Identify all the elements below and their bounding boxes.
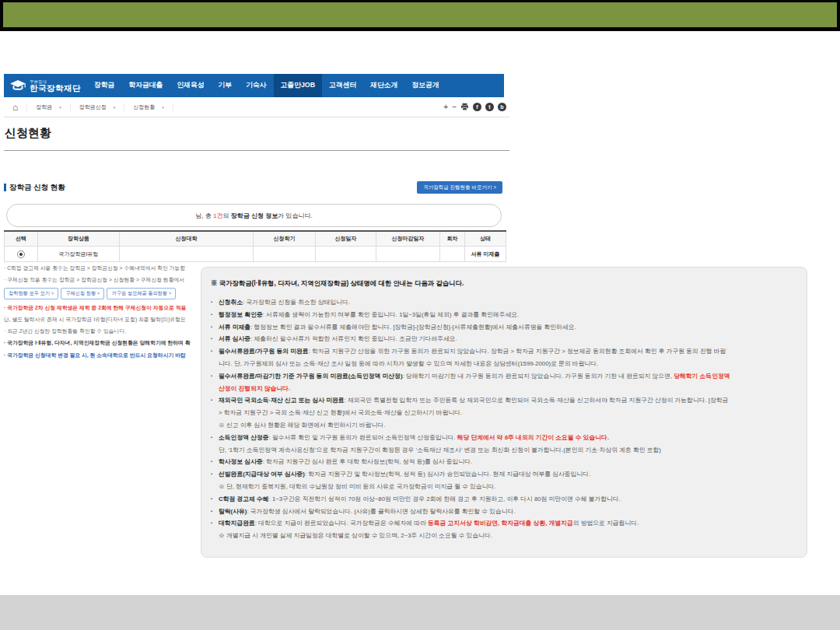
column-header: 상태 — [465, 231, 506, 247]
nav-item[interactable]: 인재육성 — [170, 74, 211, 97]
nav-item[interactable]: 재단소개 — [363, 74, 404, 97]
text-segment: ※ 신고 이후 심사 현황은 해당 화면에서 확인하시기 바랍니다. — [219, 422, 385, 429]
nav-item[interactable]: 고객센터 — [322, 74, 363, 97]
left-note-link-button[interactable]: 장학현황 모두 보기 > — [4, 288, 58, 299]
nav-item[interactable]: 기부 — [212, 74, 240, 97]
home-icon[interactable]: ⌂ — [4, 102, 26, 113]
summary-message: 님, 총 1건의 장학금 신청 정보가 있습니다. — [195, 212, 312, 220]
text-segment: 1건 — [213, 212, 222, 219]
left-note-line: · C학점 경고제 사용 횟수는 장학금 > 장학금신청 > 수혜내역에서 확인… — [4, 262, 200, 274]
twitter-icon[interactable]: t — [485, 103, 494, 111]
text-segment: 님, 총 — [195, 212, 213, 219]
notice-bullet-line: •서류 미제출: 행정정보 확인 결과 필수서류를 제출해야만 합니다. [장학… — [211, 321, 797, 334]
zoom-out-icon[interactable]: − — [452, 103, 457, 111]
notice-bullet-line: •대학지급완료: 대학으로 지급이 완료되었습니다. 국가장학금은 수혜자에 따… — [211, 517, 797, 530]
section-title: 장학금 신청 현황 — [9, 183, 65, 193]
text-segment: 당해학기 소득인정액 — [674, 373, 730, 380]
breadcrumb-item[interactable]: 장학금▾ — [26, 103, 70, 111]
column-header: 신청일자 — [316, 231, 376, 247]
table-cell — [254, 247, 316, 262]
column-header: 신청마감일자 — [376, 231, 440, 247]
left-note-line: · 국가장학금 Ⅰ·Ⅱ유형, 다자녀, 지역인재장학금 신청현황은 당해학기에 … — [4, 337, 200, 348]
text-segment: 필수서류완료/가구원 동의 미완료 — [219, 348, 309, 355]
text-segment: : 제출하신 필수서류가 적합한 서류인지 확인 중입니다. 조금만 기다려주세… — [250, 335, 457, 342]
left-note-link-button[interactable]: 구제신청 현황 > — [61, 288, 104, 299]
bullet-icon: • — [211, 517, 219, 530]
text-segment: 해당 단계에서 약 8주 내외의 기간이 소요될 수 있습니다. — [457, 434, 609, 441]
left-note-line: 단, 별도 탈락사유 존재 시 국가장학금 Ⅰ유형(다자녀 포함) 최종 탈락(… — [4, 313, 200, 325]
breadcrumb-tools: + − f t b — [443, 103, 509, 111]
left-note-link-button[interactable]: 가구원 정보제공 동의현황 > — [107, 288, 176, 299]
text-segment: 의 — [222, 212, 230, 219]
text-segment: : 국가장학금 신청을 취소한 상태입니다. — [243, 299, 350, 306]
section-head: 장학금 신청 현황 국가장학금 진행현황 바로가기 > — [4, 181, 502, 194]
text-segment: 단, ‘1학기 소득인정액 계속사용신청’으로 학자금 지원구간이 확정된 경우… — [219, 446, 661, 453]
bullet-icon: • — [211, 394, 219, 407]
notice-continuation-line: ※ 단, 현재학기 중복지원, 대학의 수납원장 정비 미비 등의 사유로 국가… — [211, 481, 797, 493]
text-segment: 등록금 고지서상 학비감면, 학자금대출 상환, 개별지급 — [428, 520, 573, 527]
nav-item[interactable]: 장학금 — [87, 74, 121, 97]
text-segment: 가 있습니다. — [278, 212, 312, 219]
notice-bullet-line: •학사정보 심사중: 학자금 지원구간 심사 완료 후 대학 학사정보(학적, … — [211, 456, 797, 468]
bullet-icon: • — [211, 432, 219, 444]
left-note-line: · 국가장학금 2차 신청 재학생은 재학 중 2회에 한해 구제신청이 자동으… — [4, 302, 200, 313]
text-segment: 장학금 신청 정보 — [231, 212, 278, 219]
table-cell — [120, 247, 254, 262]
text-segment: : 대학으로 지급이 완료되었습니다. 국가장학금은 수혜자에 따라 — [255, 520, 428, 527]
column-header: 신청학기 — [254, 231, 316, 247]
notice-continuation-line: ※ 개별지급 시 개인별 실제 지급일정은 대학별로 상이할 수 있으며, 2~… — [211, 530, 797, 542]
text-segment: : 학자금 지원구간 및 학사정보(학적, 성적 등) 심사가 승인되었습니다.… — [305, 471, 590, 478]
graduation-cap-icon — [9, 79, 26, 93]
zoom-in-icon[interactable]: + — [443, 103, 448, 111]
print-icon[interactable] — [460, 103, 469, 111]
title-divider — [4, 150, 509, 151]
text-segment: 대학지급완료 — [219, 520, 255, 527]
breadcrumb-item[interactable]: 장학금신청▾ — [70, 103, 124, 111]
breadcrumb-item[interactable]: 신청현황▾ — [124, 103, 173, 111]
summary-message-box: 님, 총 1건의 장학금 신청 정보가 있습니다. — [6, 204, 502, 227]
notice-continuation-line: 니다. 단, 가구원제외 심사 또는 소득·재산 조사 일정 등에 따라 시차가… — [211, 358, 797, 370]
text-segment: 필수서류완료/마감기한 기준 가구원 동의 미완료(소득인정액 미산정) — [219, 373, 403, 380]
notice-title: ※ 국가장학금(Ⅰ·Ⅱ유형, 다자녀, 지역인재장학금) 상태명에 대한 안내는… — [211, 277, 797, 289]
notice-continuation-line: ※ 신고 이후 심사 현황은 해당 화면에서 확인하시기 바랍니다. — [211, 419, 797, 432]
blog-icon[interactable]: b — [498, 103, 506, 111]
text-segment: 학사정보 심사중 — [219, 458, 263, 465]
nav-item[interactable]: 고졸만JOB — [274, 74, 322, 97]
chevron-down-icon: ▾ — [114, 105, 116, 110]
nav-item[interactable]: 정보공개 — [404, 74, 446, 97]
site-header: 푸른등대 한국장학재단 장학금학자금대출인재육성기부기숙사고졸만JOB고객센터재… — [4, 74, 504, 97]
nav-item[interactable]: 학자금대출 — [121, 74, 170, 97]
nav-item[interactable]: 기숙사 — [239, 74, 273, 97]
notice-bullet-line: •재외국민 국외소득·재산 신고 또는 심사 미완료: 재외국민 특별전형 입학… — [211, 394, 797, 407]
table-cell: 국가장학금Ⅰ유형 — [38, 247, 120, 262]
text-segment: : 필수서류 확인 및 가구원 동의가 완료되어 소득인정액 산정중입니다. — [269, 434, 457, 441]
row-select-radio[interactable] — [17, 250, 25, 258]
left-note-line: · 구제신청 적용 횟수는 장학금 > 장학금신청 > 신청현황 > 구제신청 … — [4, 274, 200, 285]
notice-bullet-line: •필수서류완료/마감기한 기준 가구원 동의 미완료(소득인정액 미산정): 당… — [211, 370, 797, 383]
text-segment: ※ 단, 현재학기 중복지원, 대학의 수납원장 정비 미비 등의 사유로 국가… — [219, 483, 496, 490]
window-title-bar — [0, 0, 840, 31]
bullet-icon: • — [211, 296, 219, 309]
text-segment: : 재외국민 특별전형 입학자 또는 주민등록 상 재외국민으로 확인되어 국외… — [345, 397, 729, 404]
notice-bullet-line: •C학점 경고제 수혜: 1~3구간은 직전학기 성적이 70점 이상~80점 … — [211, 493, 797, 506]
text-segment: : 행정정보 확인 결과 필수서류를 제출해야만 합니다. [장학금]-[장학금… — [250, 324, 576, 331]
text-segment: 신청취소 — [219, 299, 243, 306]
foundation-logo[interactable]: 푸른등대 한국장학재단 — [4, 74, 87, 97]
text-segment: 탈락(사유) — [219, 508, 247, 515]
bullet-icon: • — [211, 321, 219, 334]
status-guide-panel: ※ 국가장학금(Ⅰ·Ⅱ유형, 다자녀, 지역인재장학금) 상태명에 대한 안내는… — [201, 267, 807, 558]
text-segment: 서류 심사중 — [219, 335, 250, 342]
text-segment: 재외국민 국외소득·재산 신고 또는 심사 미완료 — [219, 397, 345, 404]
select-cell — [5, 247, 38, 262]
facebook-icon[interactable]: f — [473, 103, 481, 111]
bullet-icon: • — [211, 456, 219, 468]
national-scholarship-progress-button[interactable]: 국가장학금 진행현황 바로가기 > — [417, 181, 502, 194]
column-header: 선택 — [5, 231, 38, 247]
chevron-down-icon: ▾ — [59, 105, 61, 110]
notice-bullet-line: •신청취소: 국가장학금 신청을 취소한 상태입니다. — [211, 296, 797, 309]
text-segment: 니다. 단, 가구원제외 심사 또는 소득·재산 조사 일정 등에 따라 시차가… — [219, 360, 598, 367]
notice-continuation-line: 단, ‘1학기 소득인정액 계속사용신청’으로 학자금 지원구간이 확정된 경우… — [211, 444, 797, 457]
text-segment: 산정이 진행되지 않습니다. — [219, 385, 290, 392]
notice-lines: •신청취소: 국가장학금 신청을 취소한 상태입니다.•행정정보 확인중: 서류… — [211, 296, 797, 542]
text-segment: ※ 개별지급 시 개인별 실제 지급일정은 대학별로 상이할 수 있으며, 2~… — [219, 532, 492, 539]
